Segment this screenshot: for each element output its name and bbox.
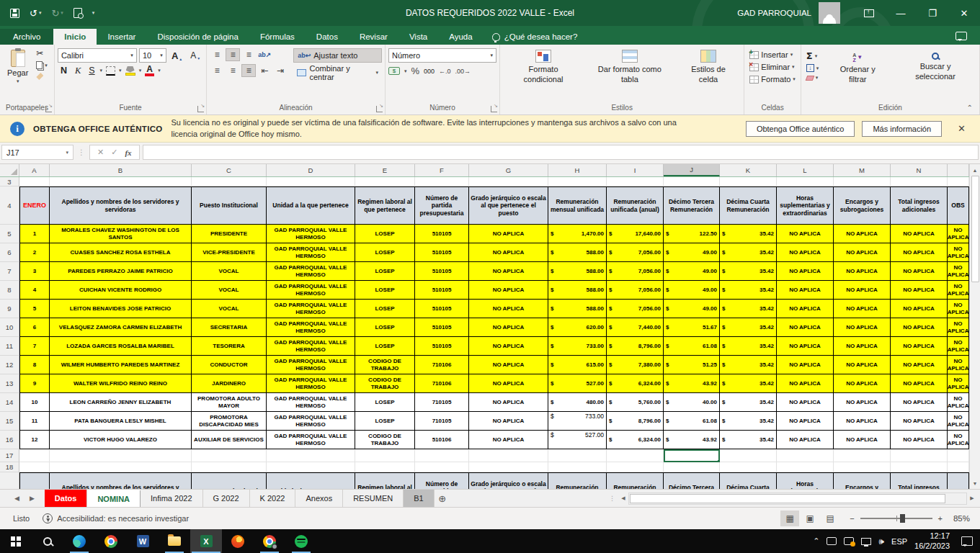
cell[interactable]: NO APLICA <box>834 243 891 262</box>
cell[interactable]: $43.92 <box>664 374 720 393</box>
header-cell[interactable]: Unidad a la que pertenece <box>267 472 355 489</box>
zoom-slider[interactable] <box>860 518 932 519</box>
tab-vista[interactable]: Vista <box>398 29 438 45</box>
cell[interactable] <box>720 462 777 472</box>
edge-icon[interactable] <box>63 529 95 553</box>
cell[interactable]: LOSEP <box>355 412 415 431</box>
cell[interactable]: $49.00 <box>664 300 720 318</box>
wrap-text-button[interactable]: ab↩Ajustar texto <box>293 48 382 63</box>
format-painter-button[interactable] <box>34 72 50 81</box>
cell[interactable]: NO APLICA <box>834 374 891 393</box>
clock[interactable]: 12:1716/2/2023 <box>914 531 950 552</box>
cell[interactable]: PROMOTORA DISCAPACIDAD MIES <box>192 412 267 431</box>
tab-ayuda[interactable]: Ayuda <box>438 29 483 45</box>
cell[interactable]: 510105 <box>415 281 469 300</box>
header-cell[interactable]: ENERO <box>19 472 50 489</box>
cell[interactable]: NO APLICA <box>777 374 834 393</box>
save-icon[interactable] <box>10 9 19 18</box>
find-select-button[interactable]: Buscar y seleccionar <box>894 50 976 88</box>
row-header-14[interactable]: 14 <box>0 393 19 412</box>
row-header-9[interactable]: 9 <box>0 300 19 318</box>
comments-icon[interactable] <box>956 32 967 40</box>
print-preview-icon[interactable] <box>74 8 82 18</box>
cell[interactable]: NO APLICA <box>891 281 948 300</box>
sheet-tab-b1[interactable]: B1 <box>404 490 434 507</box>
header-cell[interactable]: Puesto Institucional <box>192 186 267 225</box>
clear-button[interactable]: ▾ <box>804 74 821 81</box>
cell[interactable]: GAD PARROQUIAL VALLE HERMOSO <box>267 318 355 337</box>
cell[interactable]: VICTOR HUGO VALAREZO <box>50 431 192 449</box>
page-layout-view-button[interactable]: ▣ <box>801 511 819 526</box>
header-cell[interactable]: OBS <box>948 186 969 225</box>
cell[interactable]: NO APLICA <box>469 225 548 243</box>
merge-center-button[interactable]: Combinar y centrar▾ <box>293 66 382 80</box>
cell[interactable]: NO APLICA <box>834 300 891 318</box>
cell[interactable] <box>469 177 548 186</box>
font-name-select[interactable]: Calibri▾ <box>58 48 137 63</box>
insert-function-icon[interactable]: fx <box>125 148 131 157</box>
header-cell[interactable]: Apellidos y nombres de los servidores y … <box>50 186 192 225</box>
cell[interactable]: $49.00 <box>664 243 720 262</box>
cell[interactable] <box>355 449 415 462</box>
cell[interactable]: NO APLICA <box>469 300 548 318</box>
align-center-button[interactable]: ≡ <box>226 64 240 77</box>
cell[interactable] <box>834 462 891 472</box>
cell[interactable] <box>548 177 607 186</box>
header-cell[interactable]: Apellidos y nombres de los servidores y … <box>50 472 192 489</box>
number-format-select[interactable]: Número▾ <box>388 48 496 63</box>
cell[interactable]: $49.00 <box>664 281 720 300</box>
cell[interactable] <box>355 177 415 186</box>
alignment-dialog-launcher[interactable] <box>376 106 383 112</box>
cell[interactable]: GAD PARROQUIAL VALLE HERMOSO <box>267 374 355 393</box>
column-header-F[interactable]: F <box>415 164 469 176</box>
cell[interactable]: 510105 <box>415 262 469 281</box>
cell[interactable]: WALTER WILFRIDO REINO REINO <box>50 374 192 393</box>
cell[interactable]: $5,760.00 <box>607 393 664 412</box>
cell[interactable]: $1,470.00 <box>548 225 607 243</box>
column-header-partial[interactable] <box>948 164 969 176</box>
cell[interactable]: VOCAL <box>192 262 267 281</box>
cell[interactable]: WILMER HUMBERTO PAREDES MARTINEZ <box>50 356 192 374</box>
cell[interactable]: $7,056.00 <box>607 281 664 300</box>
cell[interactable] <box>267 449 355 462</box>
header-cell[interactable]: Total ingresos adicionales <box>891 472 948 489</box>
cell[interactable]: $61.08 <box>664 337 720 356</box>
start-button[interactable] <box>0 529 32 553</box>
delete-cells-button[interactable]: Eliminar▾ <box>747 62 797 72</box>
comma-style-button[interactable]: 000 <box>424 68 435 75</box>
cell[interactable]: $51.25 <box>664 356 720 374</box>
column-header-L[interactable]: L <box>777 164 834 176</box>
cell[interactable]: MORALES CHAVEZ WASHINGTON DE LOS SANTOS <box>50 225 192 243</box>
cell[interactable] <box>50 462 192 472</box>
warning-close-icon[interactable]: ✕ <box>950 123 973 134</box>
clipboard-dialog-launcher[interactable] <box>45 106 52 112</box>
cell[interactable]: $35.42 <box>720 318 777 337</box>
cell[interactable] <box>355 462 415 472</box>
cell[interactable]: NO APLICA <box>948 281 969 300</box>
cell[interactable]: $733.00 <box>548 337 607 356</box>
tab-inicio[interactable]: Inicio <box>53 29 97 45</box>
cell[interactable]: $35.42 <box>720 300 777 318</box>
cell[interactable]: $7,440.00 <box>607 318 664 337</box>
cell[interactable] <box>607 462 664 472</box>
cell[interactable]: 6 <box>19 318 50 337</box>
cell[interactable] <box>267 462 355 472</box>
orientation-button[interactable]: ab↗ <box>257 48 272 61</box>
sheet-tab-nomina[interactable]: NOMINA <box>87 490 141 507</box>
cell[interactable]: LOZADA GARCES ROSALBA MARIBEL <box>50 337 192 356</box>
cell[interactable] <box>607 449 664 462</box>
scroll-left-icon[interactable]: ◀ <box>618 493 628 505</box>
cell[interactable]: NO APLICA <box>891 412 948 431</box>
cell[interactable]: NO APLICA <box>469 262 548 281</box>
cell[interactable]: $588.00 <box>548 262 607 281</box>
cell[interactable] <box>19 177 50 186</box>
cell[interactable]: NO APLICA <box>834 393 891 412</box>
autosum-button[interactable]: Σ▾ <box>804 50 821 62</box>
cell[interactable]: NO APLICA <box>891 356 948 374</box>
cell[interactable]: PATA BANGUERA LESLY MISHEL <box>50 412 192 431</box>
cell[interactable]: NO APLICA <box>469 374 548 393</box>
cell[interactable]: CODIGO DE TRABAJO <box>355 356 415 374</box>
zoom-in-icon[interactable]: + <box>938 514 943 523</box>
show-hidden-icons[interactable]: ⌃ <box>813 536 819 546</box>
cell[interactable]: NO APLICA <box>834 431 891 449</box>
